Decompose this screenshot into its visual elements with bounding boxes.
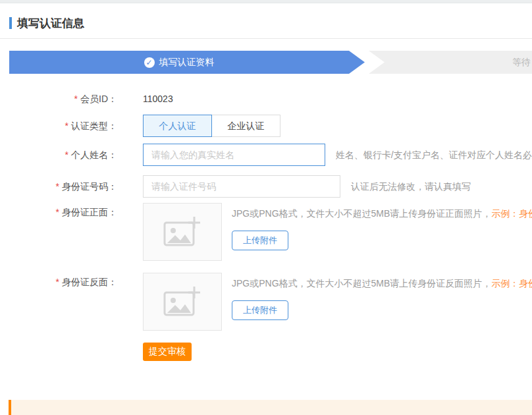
id-number-hint: 认证后无法修改，请认真填写 xyxy=(351,175,471,198)
id-number-label: *身份证号码： xyxy=(0,175,117,198)
personal-name-input[interactable] xyxy=(143,144,325,166)
warning-banner: 提交虚假认证资料，面临账户冻结风险 xyxy=(9,400,532,415)
member-id-label: *会员ID： xyxy=(0,92,117,105)
tab-enterprise-auth[interactable]: 企业认证 xyxy=(211,115,280,137)
member-id-row: *会员ID： 110023 xyxy=(0,92,532,105)
auth-type-row: *认证类型： 个人认证 企业认证 xyxy=(0,115,532,137)
step-wait-review-label: 等待 xyxy=(512,51,531,74)
id-back-example-link[interactable]: 示例：身份证反面.png xyxy=(491,278,532,289)
personal-name-hint: 姓名、银行卡/支付宝户名、证件对应个人姓名必须一 xyxy=(336,144,532,166)
page-title: 填写认证信息 xyxy=(17,16,84,31)
personal-name-row: *个人姓名： 姓名、银行卡/支付宝户名、证件对应个人姓名必须一 xyxy=(0,144,532,166)
submit-review-button[interactable]: 提交审核 xyxy=(143,343,192,361)
id-front-label: *身份证正面： xyxy=(0,203,117,219)
id-back-upload-button[interactable]: 上传附件 xyxy=(232,300,288,320)
step-wait-review: 等待 xyxy=(369,51,532,74)
tab-personal-auth[interactable]: 个人认证 xyxy=(143,115,212,137)
step-fill-info-label: 填写认证资料 xyxy=(159,57,215,69)
id-front-upload-button[interactable]: 上传附件 xyxy=(232,231,288,250)
submit-row: 提交审核 xyxy=(143,343,532,361)
page-header: 填写认证信息 xyxy=(9,16,532,30)
required-mark: * xyxy=(65,150,68,160)
id-front-row: *身份证正面： JPG或PNG格式，文件大小不超过5MB请上传身份证正面照片，示… xyxy=(0,203,532,261)
id-number-row: *身份证号码： 认证后无法修改，请认真填写 xyxy=(0,175,532,198)
top-strip xyxy=(0,0,532,3)
title-accent-bar xyxy=(9,17,12,29)
id-back-hint: JPG或PNG格式，文件大小不超过5MB请上传身份证反面照片，示例：身份证反面.… xyxy=(232,277,532,290)
id-front-hint: JPG或PNG格式，文件大小不超过5MB请上传身份证正面照片，示例：身份证正面.… xyxy=(232,207,532,220)
id-front-preview[interactable] xyxy=(143,203,222,261)
auth-type-label: *认证类型： xyxy=(0,115,117,137)
id-back-row: *身份证反面： JPG或PNG格式，文件大小不超过5MB请上传身份证反面照片，示… xyxy=(0,273,532,331)
auth-form: *会员ID： 110023 *认证类型： 个人认证 企业认证 *个人姓名： 姓名… xyxy=(0,92,532,361)
id-back-label: *身份证反面： xyxy=(0,273,117,289)
required-mark: * xyxy=(65,121,68,131)
image-add-icon xyxy=(162,215,203,250)
id-number-input[interactable] xyxy=(143,175,340,198)
personal-name-label: *个人姓名： xyxy=(0,144,117,166)
required-mark: * xyxy=(74,94,78,104)
required-mark: * xyxy=(56,207,59,217)
required-mark: * xyxy=(56,277,59,287)
id-front-example-link[interactable]: 示例：身份证正面.png xyxy=(491,208,532,219)
step-fill-info: ✓ 填写认证资料 xyxy=(9,51,365,74)
image-add-icon xyxy=(162,285,203,319)
required-mark: * xyxy=(56,181,59,192)
member-id-value: 110023 xyxy=(143,92,173,105)
id-back-preview[interactable] xyxy=(143,273,222,331)
step-progress: ✓ 填写认证资料 等待 xyxy=(9,51,532,74)
header-divider xyxy=(0,38,532,39)
auth-info-page: 填写认证信息 ✓ 填写认证资料 等待 *会员ID： 110023 *认证类型： … xyxy=(0,0,532,415)
check-icon: ✓ xyxy=(144,57,155,68)
